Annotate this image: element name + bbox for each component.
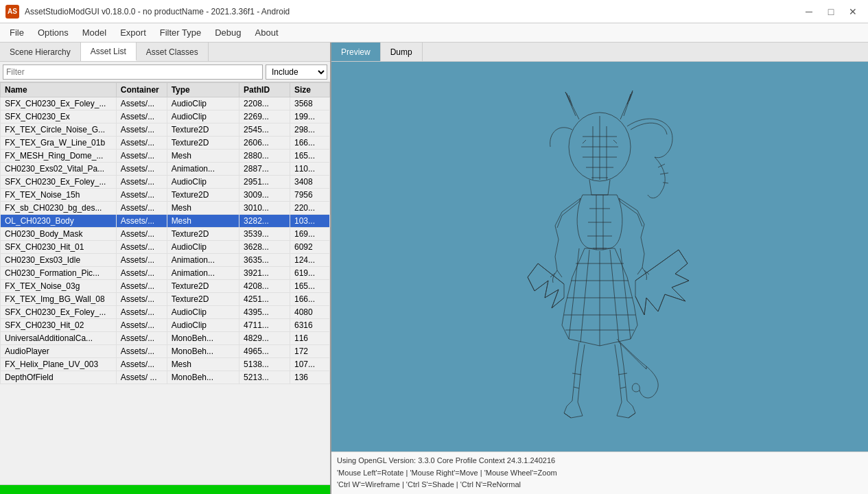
cell-type: AudioClip: [167, 176, 239, 189]
cell-container: Assets/...: [116, 124, 167, 137]
table-row[interactable]: FX_TEX_Noise_15h Assets/... Texture2D 30…: [1, 189, 330, 202]
svg-line-53: [658, 294, 665, 311]
table-row[interactable]: CH0230_Formation_Pic... Assets/... Anima…: [1, 267, 330, 280]
cell-type: MonoBeh...: [167, 371, 239, 384]
cell-type: AudioClip: [167, 319, 239, 332]
cell-pathid: 2545...: [239, 124, 290, 137]
filter-input[interactable]: [3, 64, 263, 80]
menu-options[interactable]: Options: [31, 25, 75, 40]
cell-type: Texture2D: [167, 124, 239, 137]
menu-about[interactable]: About: [248, 25, 285, 40]
app-icon: AS: [5, 5, 19, 19]
table-row[interactable]: FX_TEX_Circle_Noise_G... Assets/... Text…: [1, 124, 330, 137]
cell-size: 107...: [290, 358, 329, 371]
table-row[interactable]: FX_TEX_Gra_W_Line_01b Assets/... Texture…: [1, 137, 330, 150]
svg-line-48: [675, 263, 688, 274]
cell-container: Assets/...: [116, 332, 167, 345]
info-bar: Using OpenGL Version: 3.3.0 Core Profile…: [331, 451, 868, 494]
menu-model[interactable]: Model: [75, 25, 113, 40]
cell-type: Mesh: [167, 202, 239, 215]
cell-size: 136: [290, 371, 329, 384]
table-row[interactable]: FX_TEX_Noise_03g Assets/... Texture2D 42…: [1, 280, 330, 293]
table-row[interactable]: SFX_CH0230_Ex_Foley_... Assets/... Audio…: [1, 306, 330, 319]
cell-pathid: 3009...: [239, 189, 290, 202]
cell-size: 6092: [290, 241, 329, 254]
table-row[interactable]: FX_sb_CH0230_bg_des... Assets/... Mesh 3…: [1, 202, 330, 215]
left-panel: Scene Hierarchy Asset List Asset Classes…: [0, 43, 331, 494]
table-row[interactable]: CH0230_Body_Mask Assets/... Texture2D 35…: [1, 228, 330, 241]
table-row[interactable]: CH0230_Exs02_Vital_Pa... Assets/... Anim…: [1, 163, 330, 176]
cell-size: 6316: [290, 319, 329, 332]
cell-type: Texture2D: [167, 293, 239, 306]
close-button[interactable]: ✕: [843, 4, 863, 19]
progress-bar-container: [0, 484, 330, 494]
svg-line-38: [528, 263, 538, 277]
table-row[interactable]: DepthOfField Assets/ ... MonoBeh... 5213…: [1, 371, 330, 384]
cell-pathid: 2606...: [239, 137, 290, 150]
asset-table-container[interactable]: Name Container Type PathID Size SFX_CH02…: [0, 82, 330, 484]
menu-filter-type[interactable]: Filter Type: [153, 25, 208, 40]
table-row[interactable]: FX_TEX_Img_BG_Wall_08 Assets/... Texture…: [1, 293, 330, 306]
col-header-pathid: PathID: [239, 83, 290, 97]
cell-container: Assets/ ...: [116, 371, 167, 384]
svg-line-55: [644, 298, 646, 315]
tab-scene-hierarchy[interactable]: Scene Hierarchy: [0, 43, 81, 61]
cell-name: CH0230_Body_Mask: [1, 228, 117, 241]
tab-asset-classes[interactable]: Asset Classes: [137, 43, 209, 61]
tab-dump[interactable]: Dump: [381, 43, 423, 61]
table-row[interactable]: SFX_CH0230_Ex_Foley_... Assets/... Audio…: [1, 176, 330, 189]
cell-size: 3568: [290, 97, 329, 110]
cell-name: SFX_CH0230_Hit_01: [1, 241, 117, 254]
table-row[interactable]: AudioPlayer Assets/... MonoBeh... 4965..…: [1, 345, 330, 358]
cell-container: Assets/...: [116, 267, 167, 280]
tab-preview[interactable]: Preview: [331, 43, 381, 61]
cell-container: Assets/...: [116, 110, 167, 124]
svg-line-33: [564, 413, 571, 418]
cell-type: AudioClip: [167, 306, 239, 319]
cell-pathid: 2208...: [239, 97, 290, 110]
character-preview: [483, 78, 716, 435]
cell-size: 110...: [290, 163, 329, 176]
table-row[interactable]: FX_Helix_Plane_UV_003 Assets/... Mesh 51…: [1, 358, 330, 371]
table-row[interactable]: CH0230_Exs03_Idle Assets/... Animation..…: [1, 254, 330, 267]
cell-container: Assets/...: [116, 150, 167, 163]
menu-file[interactable]: File: [3, 25, 31, 40]
title-bar: AS AssetStudioModGUI v0.18.0.0 - no prod…: [0, 0, 868, 23]
cell-type: Mesh: [167, 358, 239, 371]
svg-line-50: [672, 281, 689, 287]
cell-container: Assets/...: [116, 202, 167, 215]
cell-pathid: 4251...: [239, 293, 290, 306]
menu-export[interactable]: Export: [113, 25, 153, 40]
info-line-2: 'Mouse Left'=Rotate | 'Mouse Right'=Move…: [337, 467, 863, 480]
menu-debug[interactable]: Debug: [208, 25, 248, 40]
minimize-button[interactable]: ─: [799, 4, 819, 19]
svg-line-30: [620, 248, 631, 339]
svg-line-47: [679, 250, 688, 263]
cell-name: CH0230_Formation_Pic...: [1, 267, 117, 280]
svg-line-54: [646, 298, 658, 311]
cell-name: FX_TEX_Noise_03g: [1, 280, 117, 293]
table-row[interactable]: SFX_CH0230_Ex Assets/... AudioClip 2269.…: [1, 110, 330, 124]
table-row[interactable]: FX_MESH_Ring_Dome_... Assets/... Mesh 28…: [1, 150, 330, 163]
maximize-button[interactable]: □: [821, 4, 841, 19]
tab-asset-list[interactable]: Asset List: [81, 43, 137, 61]
cell-container: Assets/...: [116, 345, 167, 358]
cell-pathid: 4965...: [239, 345, 290, 358]
cell-name: SFX_CH0230_Hit_02: [1, 319, 117, 332]
preview-area[interactable]: [331, 62, 868, 451]
filter-dropdown[interactable]: Include: [266, 64, 327, 80]
table-row[interactable]: UniversalAdditionalCa... Assets/... Mono…: [1, 332, 330, 345]
svg-line-56: [635, 296, 644, 315]
cell-name: SFX_CH0230_Ex_Foley_...: [1, 306, 117, 319]
cell-size: 199...: [290, 110, 329, 124]
cell-pathid: 3010...: [239, 202, 290, 215]
table-row[interactable]: SFX_CH0230_Hit_02 Assets/... AudioClip 4…: [1, 319, 330, 332]
preview-tab-bar: Preview Dump: [331, 43, 868, 62]
table-row[interactable]: SFX_CH0230_Ex_Foley_... Assets/... Audio…: [1, 97, 330, 110]
table-row[interactable]: SFX_CH0230_Hit_01 Assets/... AudioClip 3…: [1, 241, 330, 254]
svg-line-42: [545, 290, 559, 298]
table-row[interactable]: OL_CH0230_Body Assets/... Mesh 3282... 1…: [1, 215, 330, 228]
cell-container: Assets/...: [116, 163, 167, 176]
cell-pathid: 3635...: [239, 254, 290, 267]
cell-type: AudioClip: [167, 97, 239, 110]
